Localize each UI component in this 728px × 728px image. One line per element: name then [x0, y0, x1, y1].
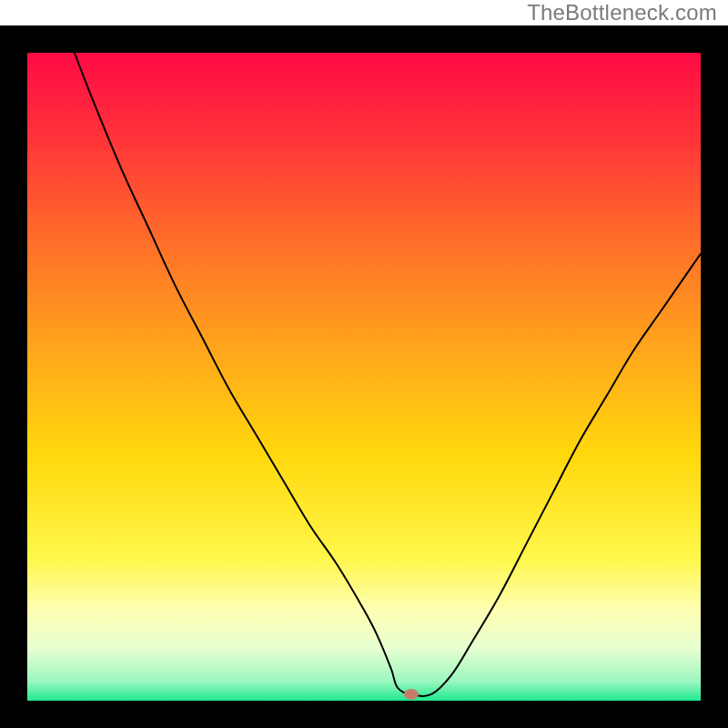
- chart-container: TheBottleneck.com: [0, 0, 728, 728]
- chart-background: [27, 53, 701, 701]
- bottleneck-chart: [0, 0, 728, 728]
- watermark-text: TheBottleneck.com: [527, 0, 717, 25]
- optimal-point: [404, 689, 419, 700]
